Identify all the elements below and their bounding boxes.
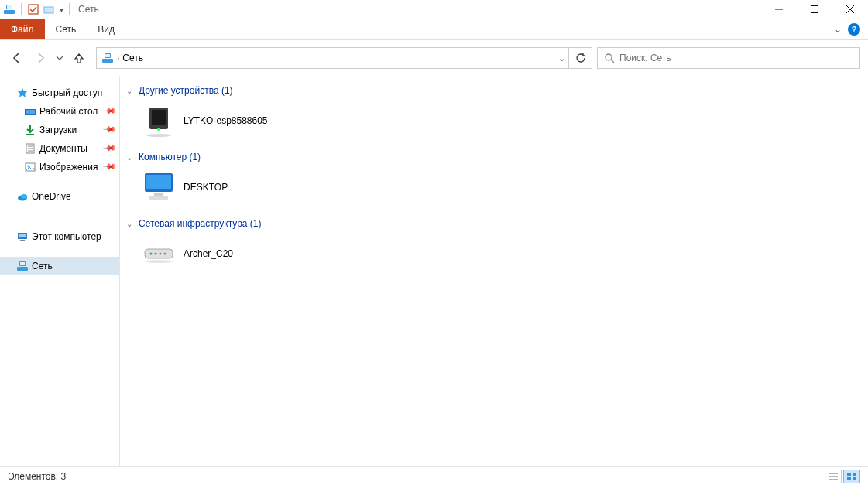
sidebar-item-pictures[interactable]: Изображения 📌 [0,158,119,176]
pin-icon: 📌 [101,122,116,137]
item-label: DESKTOP [184,182,228,193]
chevron-down-icon[interactable]: ⌄ [125,87,134,95]
group-items: DESKTOP [122,167,868,207]
svg-rect-38 [154,193,163,196]
svg-rect-11 [105,54,110,57]
svg-point-41 [150,253,153,255]
group-header[interactable]: ⌄ Другие устройства (1) [122,82,868,101]
tab-view[interactable]: Вид [87,19,125,39]
network-icon [3,3,15,15]
quick-access-toolbar: ▾ [3,3,72,15]
search-box[interactable] [597,47,860,69]
chevron-down-icon[interactable]: ⌄ [125,153,134,162]
group-header[interactable]: ⌄ Компьютер (1) [122,149,868,167]
svg-point-34 [157,128,160,131]
qat-customize-icon[interactable]: ▾ [60,5,63,14]
svg-marker-14 [18,88,27,97]
up-button[interactable] [70,49,88,67]
chevron-right-icon[interactable]: › [117,54,119,63]
sidebar-item-this-pc[interactable]: Этот компьютер [0,227,119,246]
sidebar-item-label: Документы [39,143,87,154]
view-icons-button[interactable] [843,470,860,483]
item-label: Archer_C20 [184,248,233,259]
desktop-icon [25,106,36,117]
svg-rect-33 [152,110,166,125]
svg-rect-50 [853,473,856,476]
pin-icon: 📌 [101,159,116,174]
minimize-button[interactable] [761,0,797,19]
svg-point-43 [160,253,162,255]
svg-rect-40 [145,249,173,258]
sidebar-item-desktop[interactable]: Рабочий стол 📌 [0,102,119,121]
window-title: Сеть [78,4,99,15]
sidebar-item-documents[interactable]: Документы 📌 [0,139,119,158]
breadcrumb-network[interactable]: Сеть [122,53,143,63]
separator [21,3,22,15]
network-device-item[interactable]: LYTKO-esp8588605 [137,101,323,141]
search-input[interactable] [619,53,853,63]
content-pane: ⌄ Другие устройства (1) LYTKO-esp8588605… [120,76,868,466]
documents-icon [25,143,36,154]
new-folder-icon[interactable] [43,3,55,15]
maximize-button[interactable] [797,0,832,19]
svg-rect-0 [4,10,15,14]
network-icon [17,261,28,272]
body: Быстрый доступ Рабочий стол 📌 Загрузки 📌… [0,76,868,466]
svg-rect-16 [26,110,35,114]
back-button[interactable] [8,49,26,67]
chevron-down-icon[interactable]: ⌄ [125,220,134,228]
address-history-dropdown[interactable]: ⌄ [558,53,565,63]
pin-icon: 📌 [101,141,116,155]
network-router-item[interactable]: Archer_C20 [137,234,323,274]
tab-network[interactable]: Сеть [45,19,87,39]
close-button[interactable] [832,0,868,19]
forward-button[interactable] [31,49,50,67]
svg-point-44 [164,253,166,255]
ribbon-expand-icon[interactable]: ⌄ [834,24,842,35]
svg-line-13 [611,60,614,63]
refresh-button[interactable] [568,47,592,69]
svg-rect-39 [149,196,168,200]
svg-rect-3 [29,5,38,14]
sidebar-item-quick-access[interactable]: Быстрый доступ [0,84,119,102]
svg-point-35 [146,134,171,137]
svg-rect-29 [17,267,28,271]
sidebar-item-label: Быстрый доступ [32,87,102,98]
properties-icon[interactable] [27,3,39,15]
svg-rect-31 [20,262,25,265]
this-pc-icon [17,231,28,242]
help-icon[interactable]: ? [848,23,860,36]
svg-rect-51 [847,477,851,480]
router-icon [140,235,177,272]
pin-icon: 📌 [101,104,116,118]
address-bar[interactable]: › Сеть ⌄ [96,47,592,69]
svg-point-42 [155,253,157,255]
network-computer-item[interactable]: DESKTOP [137,167,323,207]
sidebar-item-network[interactable]: Сеть [0,257,119,275]
onedrive-icon [17,191,28,202]
sidebar-item-downloads[interactable]: Загрузки 📌 [0,121,119,139]
nav-row: › Сеть ⌄ [0,40,868,76]
svg-rect-27 [19,234,26,237]
sidebar-item-label: Сеть [32,261,53,272]
sidebar-item-onedrive[interactable]: OneDrive [0,187,119,206]
group-name: Компьютер (1) [139,152,201,162]
sidebar: Быстрый доступ Рабочий стол 📌 Загрузки 📌… [0,76,120,466]
computer-icon [140,169,177,206]
downloads-icon [25,125,36,135]
ribbon: Файл Сеть Вид ⌄ ? [0,19,868,40]
tab-file[interactable]: Файл [0,19,45,39]
device-icon [140,102,177,139]
view-details-button[interactable] [825,470,842,483]
svg-rect-37 [146,175,171,189]
network-icon [101,52,114,64]
group-name: Сетевая инфраструктура (1) [139,218,262,229]
sidebar-item-label: Изображения [39,162,98,172]
sidebar-item-label: Этот компьютер [32,231,101,242]
item-label: LYTKO-esp8588605 [184,115,268,126]
svg-rect-49 [847,473,851,476]
svg-point-45 [145,260,173,263]
recent-locations-button[interactable] [54,49,65,67]
group-header[interactable]: ⌄ Сетевая инфраструктура (1) [122,215,868,234]
svg-rect-4 [44,7,53,13]
